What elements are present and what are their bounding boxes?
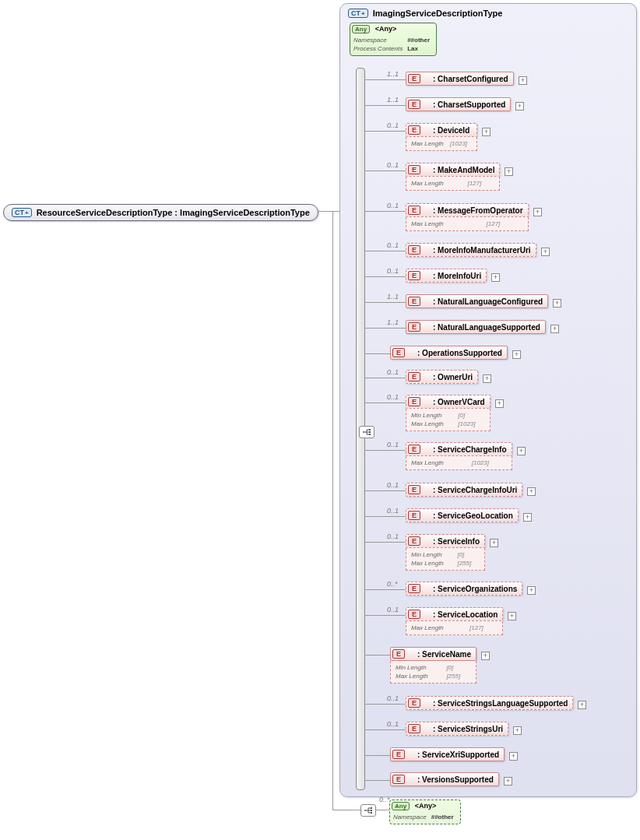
expand-icon[interactable]: + [515,102,524,111]
element-ref[interactable]: E: ServiceChargeInfoUri [406,483,522,497]
connector [364,490,406,491]
element-ref[interactable]: E: DeviceIdMax Length[1023] [406,123,477,151]
any-label: <Any> [375,25,397,33]
element-name: : ServiceChargeInfo [433,445,506,454]
expand-icon[interactable]: + [533,208,542,216]
element-ref[interactable]: E: ServiceOrganizations [406,582,522,596]
expand-icon[interactable]: + [553,299,561,308]
svg-rect-17 [371,812,372,814]
element-ref[interactable]: E: ServiceLocationMax Length[127] [406,607,503,635]
element-icon: E [408,245,420,255]
expand-icon[interactable]: + [512,350,521,359]
element-ref[interactable]: E: ServiceStringsUri [406,722,508,736]
cardinality: 0..1 [387,161,399,169]
element-ref[interactable]: E: NaturalLanguageSupported [406,320,546,334]
connector [364,542,406,543]
element-icon: E [408,372,420,381]
constraints: Max Length[1023] [406,137,477,151]
svg-rect-8 [369,434,371,435]
expand-icon[interactable]: + [513,726,522,735]
element-icon: E [408,206,420,215]
element-ref[interactable]: E: ServiceInfoMin Length[0]Max Length[25… [406,534,485,571]
svg-rect-15 [371,807,372,809]
expand-icon[interactable]: + [519,76,527,85]
connector [364,276,406,277]
element-ref[interactable]: E: OperationsSupported [390,346,508,360]
element-ref[interactable]: E: OwnerUri [406,370,478,384]
svg-rect-6 [369,429,371,431]
element-ref[interactable]: E: ServiceStringsLanguageSupported [406,696,573,710]
any-label: <Any> [415,802,437,810]
element-ref[interactable]: E: CharsetSupported [406,97,511,111]
element-icon: E [408,397,420,406]
root-complex-type[interactable]: CT ResourceServiceDescriptionType : Imag… [3,204,318,221]
expand-icon[interactable]: + [509,752,518,761]
element-icon: E [408,698,420,708]
element-ref[interactable]: E: ServiceXriSupported [390,747,505,761]
expand-icon[interactable]: + [490,539,498,547]
expand-icon[interactable]: + [481,652,490,660]
expand-icon[interactable]: + [495,399,504,408]
connector [364,589,406,590]
element-icon: E [392,348,405,357]
element-ref[interactable]: E: ServiceGeoLocation [406,508,519,522]
expand-icon[interactable]: + [508,612,516,620]
element-name: : ServiceLocation [433,610,498,619]
element-ref[interactable]: E: OwnerVCardMin Length[0]Max Length[102… [406,395,491,431]
element-ref[interactable]: E: CharsetConfigured [406,72,514,86]
any-wildcard-bottom[interactable]: Any <Any> Namespace##other [389,800,461,824]
cardinality: 0..1 [387,481,399,489]
expand-icon[interactable]: + [482,128,491,136]
element-ref[interactable]: E: ServiceChargeInfoMax Length[1023] [406,442,512,470]
expand-icon[interactable]: + [527,487,536,496]
svg-point-9 [364,810,366,811]
connector [332,211,339,212]
constraints: Max Length[127] [406,217,529,231]
element-name: : MakeAndModel [433,166,494,174]
element-name: : NaturalLanguageConfigured [433,297,543,306]
expand-icon[interactable]: + [541,248,550,256]
cardinality: 0..1 [387,507,399,515]
element-icon: E [408,724,420,733]
constraints: Max Length[127] [406,621,503,635]
expand-icon[interactable]: + [550,325,559,333]
constraints: Min Length[0]Max Length[255] [390,661,476,684]
element-name: : ServiceOrganizations [433,585,517,593]
expand-icon[interactable]: + [504,777,512,786]
element-name: : OperationsSupported [417,349,502,357]
cardinality: 0..1 [387,267,399,275]
element-ref[interactable]: E: MessageFromOperatorMax Length[127] [406,203,529,231]
constraints: Min Length[0]Max Length[1023] [406,409,491,431]
connector [332,810,360,810]
element-name: : ServiceInfo [433,537,480,546]
element-name: : CharsetSupported [433,100,505,109]
cardinality: 1..1 [387,293,399,301]
expand-icon[interactable]: + [527,586,536,595]
element-ref[interactable]: E: VersionsSupported [390,772,499,786]
element-ref[interactable]: E: ServiceNameMin Length[0]Max Length[25… [390,647,476,684]
expand-icon[interactable]: + [505,167,513,176]
element-icon: E [408,536,420,546]
expand-icon[interactable]: + [491,273,500,282]
element-name: : ServiceStringsLanguageSupported [433,699,568,708]
expand-icon[interactable]: + [523,513,532,522]
expand-icon[interactable]: + [517,447,526,455]
element-ref[interactable]: E: NaturalLanguageConfigured [406,294,548,308]
constraints: Min Length[0]Max Length[255] [406,548,485,571]
cardinality: 0..1 [387,393,399,401]
element-icon: E [392,775,405,784]
connector [364,211,406,212]
element-icon: E [408,125,420,135]
any-wildcard-top[interactable]: Any <Any> Namespace##other Process Conte… [350,23,437,56]
expand-icon[interactable]: + [578,701,586,709]
expand-icon[interactable]: + [483,374,491,383]
element-ref[interactable]: E: MoreInfoUri [406,269,487,283]
element-icon: E [392,750,405,759]
sequence-icon [360,804,376,817]
connector [364,704,406,705]
element-ref[interactable]: E: MoreInfoManufacturerUri [406,243,536,257]
element-icon: E [408,485,420,494]
connector [364,251,406,251]
element-ref[interactable]: E: MakeAndModelMax Length[127] [406,163,500,191]
element-name: : ServiceXriSupported [417,750,499,759]
